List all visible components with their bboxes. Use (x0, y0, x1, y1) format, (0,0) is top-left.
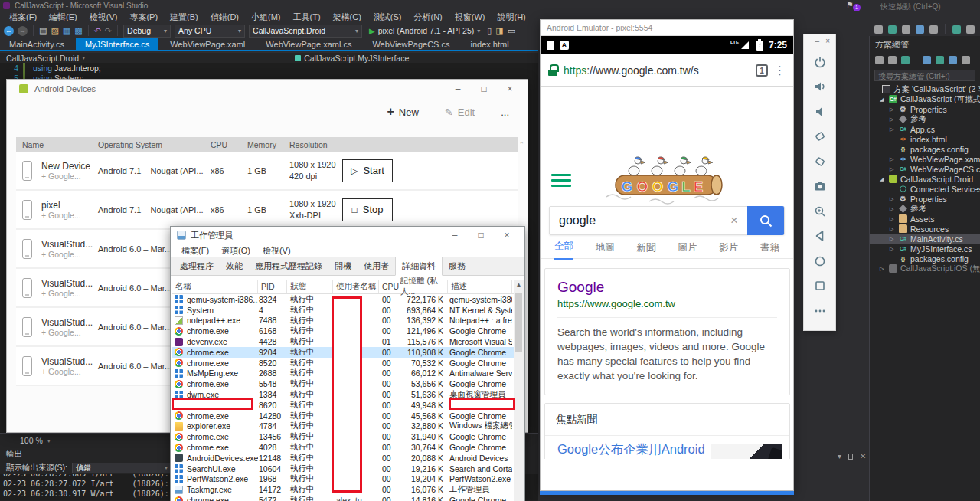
toolbar-icon[interactable] (901, 56, 910, 64)
device-row[interactable]: pixel+ Google... Android 7.1 – Nougat (A… (16, 191, 518, 230)
tree-item[interactable]: ▷ WebViewPage.xaml (870, 154, 980, 164)
tree-item[interactable]: ▷ Resources (870, 224, 980, 234)
toolbar-icon[interactable] (902, 25, 910, 34)
news-thumbnail[interactable]: Enterprise nended (711, 444, 782, 459)
menu-item[interactable]: 編輯(E) (43, 11, 83, 24)
more-icon[interactable] (813, 303, 827, 319)
tree-item[interactable]: ▷ 參考 (870, 114, 980, 124)
device-row[interactable]: New Device+ Google... Android 7.1 – Noug… (16, 152, 518, 191)
expander-icon[interactable]: ▷ (890, 246, 896, 252)
menu-item[interactable]: 偵錯(D) (204, 11, 245, 24)
expander-icon[interactable]: ▷ (880, 266, 886, 272)
overview-icon[interactable] (813, 277, 827, 294)
menu-item[interactable]: 視窗(W) (449, 11, 492, 24)
process-row[interactable]: chrome.exe 5472 執行中 alex_tu 00 14,816 K … (172, 495, 514, 501)
menu-item[interactable]: 小組(M) (245, 11, 287, 24)
home-icon[interactable] (813, 253, 827, 270)
tm-tab[interactable]: 應用程式歷程記錄 (249, 257, 328, 275)
volume-up-icon[interactable] (813, 78, 827, 95)
menu-item[interactable]: 分析(N) (408, 11, 449, 24)
close-button[interactable]: × (825, 37, 830, 45)
tm-tab[interactable]: 使用者 (358, 257, 395, 275)
config-dropdown[interactable]: Debug▾ (123, 25, 171, 38)
tree-item[interactable]: ▷ Properties (870, 194, 980, 204)
tree-item[interactable]: ▷ Properties (870, 104, 980, 114)
menu-item[interactable]: 檢視(V) (83, 11, 124, 24)
expander-icon[interactable]: ▷ (890, 216, 896, 222)
maximize-button[interactable]: □ (471, 84, 497, 94)
expander-icon[interactable]: ▷ (890, 206, 896, 212)
screenshot-icon[interactable] (813, 178, 827, 195)
category-tab[interactable]: 地圖 (596, 237, 615, 260)
expander-icon[interactable]: ▷ (890, 106, 896, 113)
toolbar-icon[interactable] (929, 25, 938, 34)
solution-search-input[interactable]: 搜尋方案總管 (Ctrl+;) (874, 70, 975, 81)
menu-item[interactable]: 建置(B) (164, 11, 204, 24)
toolbar-icon[interactable] (966, 25, 975, 34)
expander-icon[interactable]: ◢ (880, 176, 886, 182)
navigate-back-icon[interactable]: ← (4, 26, 14, 36)
menu-item[interactable]: 架構(C) (327, 11, 368, 24)
redo-icon[interactable]: ↷ (105, 26, 112, 36)
tree-item[interactable]: 方案 'CallJavaScript' (2 專案) (870, 84, 980, 94)
tm-tab[interactable]: 服務 (443, 257, 472, 275)
expander-icon[interactable]: ▷ (890, 166, 896, 172)
scroll-up-icon[interactable]: ▲ (516, 280, 522, 288)
document-tab[interactable]: MyJSInterface.cs (76, 38, 158, 50)
window-titlebar[interactable]: Android Emulator - pixel:5554 (541, 20, 793, 36)
tree-item[interactable]: ▷ App.cs (870, 124, 980, 134)
toolbar-icon[interactable] (888, 25, 897, 34)
google-doodle[interactable]: GO OG LE (603, 149, 733, 206)
category-tab[interactable]: 全部 (554, 235, 573, 260)
tree-item[interactable]: ◢ CallJavaScript (可攜式) (870, 94, 980, 104)
scrollbar-thumb[interactable] (515, 293, 522, 352)
document-tab[interactable]: WebViewPage.xaml.cs (256, 38, 361, 50)
tree-item[interactable]: packages.config (870, 254, 980, 264)
maximize-button[interactable]: □ (468, 230, 494, 241)
category-tab[interactable]: 圖片 (678, 237, 697, 260)
document-tab[interactable]: index.html (462, 38, 518, 50)
open-folder-icon[interactable]: ▨ (51, 26, 58, 36)
category-tab[interactable]: 影片 (719, 237, 738, 260)
edit-device-button[interactable]: ✎Edit (445, 106, 475, 118)
close-button[interactable]: × (497, 84, 523, 94)
expander-icon[interactable]: ▷ (890, 156, 896, 162)
device-action-button[interactable]: □ Stop (342, 198, 393, 221)
menu-item[interactable]: 專案(P) (123, 11, 164, 24)
result-title-link[interactable]: Google (557, 279, 777, 296)
toolbar-icon[interactable] (952, 25, 961, 34)
scrollbar[interactable]: ▲ (514, 280, 524, 501)
tree-item[interactable]: ▷ Assets (870, 214, 980, 224)
expander-icon[interactable]: ▷ (890, 226, 896, 232)
device-action-button[interactable]: ▷ Start (342, 159, 393, 182)
search-box[interactable]: google × (549, 206, 785, 235)
search-button[interactable] (747, 206, 784, 235)
menu-item[interactable]: 檢視(V) (256, 245, 297, 257)
tree-item[interactable]: ▷ WebViewPageCS.cs (870, 164, 980, 174)
window-titlebar[interactable]: Android Devices – □ × (7, 80, 528, 98)
minimize-button[interactable]: – (815, 37, 820, 45)
tree-item[interactable]: ▷ 參考 (870, 204, 980, 214)
tree-item[interactable]: packages.config (870, 144, 980, 154)
menu-item[interactable]: 工具(T) (287, 11, 327, 24)
volume-down-icon[interactable] (813, 103, 827, 120)
tree-item[interactable]: index.html (870, 134, 980, 144)
zoom-level-dropdown[interactable]: 100 % (20, 436, 43, 445)
breadcrumb-project[interactable]: CallJavaScript.Droid (6, 54, 79, 63)
menu-item[interactable]: 檔案(F) (175, 245, 215, 257)
menu-item[interactable]: 說明(H) (492, 11, 532, 24)
tree-item[interactable]: ▷ CallJavaScript.iOS (無法使... (870, 264, 980, 273)
close-icon[interactable]: ✕ (860, 452, 866, 460)
home-icon[interactable] (888, 56, 897, 64)
chevron-down-icon[interactable]: ▾ (838, 452, 841, 460)
toolbar-icon[interactable] (874, 25, 883, 34)
platform-dropdown[interactable]: Any CPU▾ (175, 25, 245, 38)
minimize-button[interactable]: – (442, 230, 468, 241)
power-icon[interactable] (813, 54, 827, 70)
tm-tab[interactable]: 處理程序 (174, 257, 220, 275)
run-button[interactable]: ▶ pixel (Android 7.1 - API 25) ▾ (366, 26, 483, 35)
new-file-icon[interactable]: ▤ (39, 26, 47, 36)
close-button[interactable]: × (494, 230, 520, 241)
sdk-manager-icon[interactable]: ◨ (495, 26, 503, 36)
document-tab[interactable]: WebViewPageCS.cs (363, 38, 459, 50)
